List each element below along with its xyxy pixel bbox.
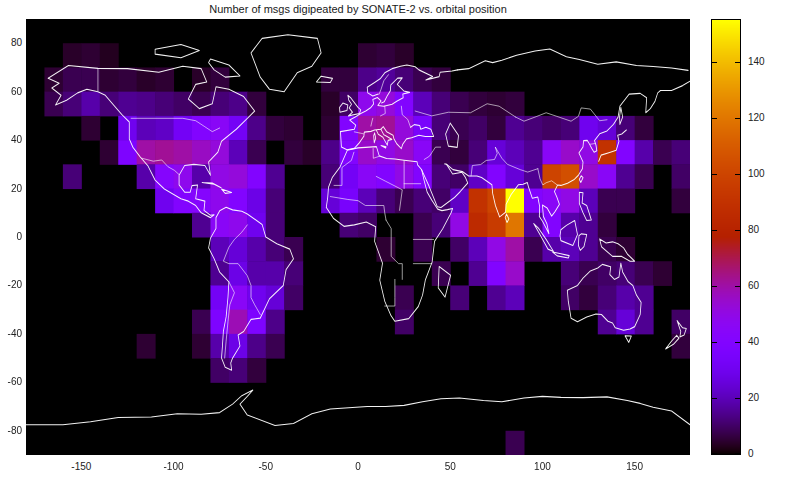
- coastline-path: [386, 220, 402, 279]
- x-tick-label: 50: [420, 461, 480, 472]
- coastline-path: [567, 263, 641, 330]
- x-tick-label: -150: [51, 461, 111, 472]
- coastline-path: [422, 164, 468, 208]
- chart-figure: Number of msgs digipeated by SONATE-2 vs…: [0, 0, 800, 480]
- colorbar-tick-label: 100: [748, 168, 782, 179]
- coastline-path: [620, 107, 623, 124]
- chart-title: Number of msgs digipeated by SONATE-2 vs…: [26, 3, 690, 15]
- coastline-path: [446, 123, 459, 147]
- coastline-path: [155, 44, 199, 57]
- plot-area: [26, 19, 690, 455]
- coastline-path: [367, 65, 457, 96]
- coastline-path: [381, 106, 386, 116]
- coastline-path: [317, 76, 333, 82]
- coastline-path: [374, 133, 376, 143]
- coastline-path: [26, 390, 690, 425]
- coastline-path: [677, 321, 686, 337]
- coastline-path: [223, 225, 260, 315]
- coastline-path: [209, 59, 240, 77]
- colorbar-tick-label: 80: [748, 224, 782, 235]
- y-tick-label: -80: [0, 425, 22, 436]
- y-tick-label: 40: [0, 134, 22, 145]
- coastline-path: [438, 267, 450, 298]
- y-tick-label: -60: [0, 376, 22, 387]
- y-tick-label: 0: [0, 231, 22, 242]
- world-map-svg: [26, 19, 690, 455]
- coastline-path: [578, 234, 586, 250]
- coastline-path: [251, 35, 321, 92]
- coastline-path: [131, 118, 220, 131]
- colorbar-tick-label: 140: [748, 56, 782, 67]
- coastline-path: [471, 147, 497, 176]
- x-tick-label: -50: [236, 461, 296, 472]
- coastline-path: [376, 129, 391, 145]
- coastline-path: [458, 49, 689, 70]
- y-tick-label: -40: [0, 328, 22, 339]
- coastline-path: [424, 147, 440, 159]
- coastline-path: [385, 279, 395, 306]
- colorbar-tick-label: 20: [748, 392, 782, 403]
- coastline-path: [666, 335, 679, 349]
- coastline-path: [495, 147, 537, 172]
- coastline-path: [599, 130, 627, 161]
- coastline-path: [590, 144, 595, 145]
- coastline-path: [330, 197, 386, 220]
- coastline-path: [447, 81, 690, 233]
- y-tick-label: 20: [0, 183, 22, 194]
- coastline-path: [538, 169, 557, 185]
- colorbar-tick-label: 60: [748, 280, 782, 291]
- colorbar: [711, 19, 741, 455]
- coastline-path: [534, 224, 554, 252]
- coastline-path: [225, 282, 235, 358]
- coastline-path: [381, 145, 386, 148]
- coastline-path: [354, 132, 363, 134]
- colorbar-tick-label: 120: [748, 112, 782, 123]
- coastline-path: [401, 106, 410, 127]
- coastline-path: [222, 189, 232, 193]
- x-tick-label: 0: [328, 461, 388, 472]
- colorbar-tick-label: 40: [748, 336, 782, 347]
- coastline-path: [560, 221, 578, 246]
- coastline-path: [326, 147, 452, 322]
- colorbar-canvas: [712, 20, 740, 454]
- coastline-path: [505, 214, 509, 222]
- coastline-path: [48, 66, 255, 218]
- coastline-path: [625, 336, 631, 343]
- x-tick-label: 100: [512, 461, 572, 472]
- coastline-path: [600, 239, 635, 261]
- coastline-path: [579, 176, 583, 183]
- colorbar-tick-label: 0: [748, 448, 782, 459]
- coastline-path: [142, 158, 179, 174]
- y-tick-label: 60: [0, 86, 22, 97]
- x-tick-label: -100: [144, 461, 204, 472]
- coastline-path: [579, 192, 591, 220]
- coastline-path: [415, 104, 516, 117]
- coastline-path: [202, 183, 221, 188]
- coastline-path: [371, 118, 373, 126]
- coastline-path: [553, 252, 570, 258]
- y-tick-label: 80: [0, 37, 22, 48]
- x-tick-label: 150: [605, 461, 665, 472]
- coastline-path: [348, 95, 361, 116]
- coastline-path: [516, 108, 607, 121]
- y-tick-label: -20: [0, 279, 22, 290]
- coastline-path: [340, 103, 348, 112]
